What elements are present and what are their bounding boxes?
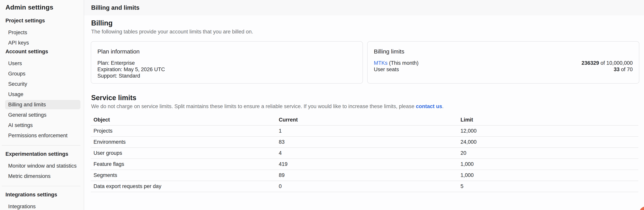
service-limits-description: We do not charge on service limits. Spli… [91,103,639,109]
sidebar-section-project-settings: Project settings [6,18,84,24]
sidebar-item-general-settings[interactable]: General settings [5,110,80,119]
cell-current: 89 [276,172,458,178]
column-header-object: Object [91,117,276,123]
service-limits-table: Object Current Limit Projects 1 12,000 E… [91,114,638,192]
sidebar-item-api-keys[interactable]: API keys [5,38,80,47]
mtks-row: MTKs (This month)236329 of 10,000,000 [374,60,633,66]
cell-object: Data export requests per day [91,183,276,189]
user-seats-used: 33 [614,67,620,72]
cell-current: 4 [276,150,458,156]
cell-object: Projects [91,128,276,134]
cell-object: Feature flags [91,161,276,167]
sidebar-item-users[interactable]: Users [5,59,80,68]
table-row: Feature flags 419 1,000 [91,159,638,170]
cell-limit: 5 [458,183,638,189]
cell-current: 0 [276,183,458,189]
plan-line: Plan: Enterprise [98,60,356,66]
sidebar-title: Admin settings [6,3,84,11]
table-row: Segments 89 1,000 [91,170,638,181]
billing-cards: Plan information Plan: Enterprise Expira… [91,41,639,84]
cell-limit: 20 [458,150,638,156]
billing-limits-card: Billing limits MTKs (This month)236329 o… [367,41,639,84]
cell-current: 1 [276,128,458,134]
cell-object: User groups [91,150,276,156]
mtks-used: 236329 [582,60,599,66]
mtks-suffix: (This month) [388,60,418,66]
sidebar-section-experimentation-settings: Experimentation settings [6,151,84,157]
cell-object: Environments [91,139,276,145]
service-limits-section: Service limits We do not charge on servi… [91,94,639,192]
sidebar-item-projects[interactable]: Projects [5,28,80,37]
sidebar-item-ai-settings[interactable]: AI settings [5,120,80,130]
support-line: Support: Standard [98,73,356,79]
sidebar-item-permissions-enforcement[interactable]: Permissions enforcement [5,131,80,140]
sidebar-item-monitor-window-and-statistics[interactable]: Monitor window and statistics [5,161,80,171]
cell-current: 83 [276,139,458,145]
service-limits-heading: Service limits [91,94,639,102]
sidebar-divider [2,186,80,186]
service-limits-description-period: . [442,104,444,109]
cell-limit: 12,000 [458,128,638,134]
user-seats-label: User seats [374,66,399,73]
sidebar-section-integrations-settings: Integrations settings [6,192,84,198]
page-header: Billing and limits [84,0,644,15]
cell-current: 419 [276,161,458,167]
user-seats-value: 33 of 70 [614,66,633,73]
contact-us-link[interactable]: contact us [416,104,442,109]
sidebar-item-groups[interactable]: Groups [5,69,80,78]
sidebar-item-integrations[interactable]: Integrations [5,202,80,210]
mtks-link[interactable]: MTKs [374,60,388,66]
admin-settings-sidebar: Admin settings Project settings Projects… [0,0,84,210]
table-header-row: Object Current Limit [91,114,638,126]
sidebar-item-usage[interactable]: Usage [5,90,80,99]
plan-information-card: Plan information Plan: Enterprise Expira… [91,41,363,84]
cell-object: Segments [91,172,276,178]
billing-heading: Billing [91,19,639,27]
plan-information-title: Plan information [98,48,356,55]
sidebar-item-security[interactable]: Security [5,79,80,89]
sidebar-item-metric-dimensions[interactable]: Metric dimensions [5,172,80,181]
column-header-current: Current [276,117,458,123]
mtks-limit: of 10,000,000 [599,60,633,66]
sidebar-section-account-settings: Account settings [6,49,84,55]
column-header-limit: Limit [458,117,638,123]
table-row: Environments 83 24,000 [91,137,638,148]
table-row: Data export requests per day 0 5 [91,181,638,192]
cell-limit: 1,000 [458,172,638,178]
billing-description: The following tables provide your accoun… [91,29,639,35]
mtks-label: MTKs (This month) [374,60,418,66]
service-limits-description-text: We do not charge on service limits. Spli… [91,104,416,109]
sidebar-divider [2,145,80,146]
user-seats-limit: of 70 [620,67,633,72]
page-title: Billing and limits [91,4,140,11]
table-row: Projects 1 12,000 [91,126,638,137]
user-seats-row: User seats33 of 70 [374,66,633,73]
billing-limits-title: Billing limits [374,48,633,55]
main-area: Billing and limits Billing The following… [84,0,644,210]
expiration-line: Expiration: May 5, 2026 UTC [98,66,356,73]
cell-limit: 1,000 [458,161,638,167]
content-area: Billing The following tables provide you… [84,15,644,210]
cell-limit: 24,000 [458,139,638,145]
sidebar-item-billing-and-limits[interactable]: Billing and limits [5,100,80,109]
mtks-value: 236329 of 10,000,000 [582,60,633,66]
table-row: User groups 4 20 [91,148,638,159]
